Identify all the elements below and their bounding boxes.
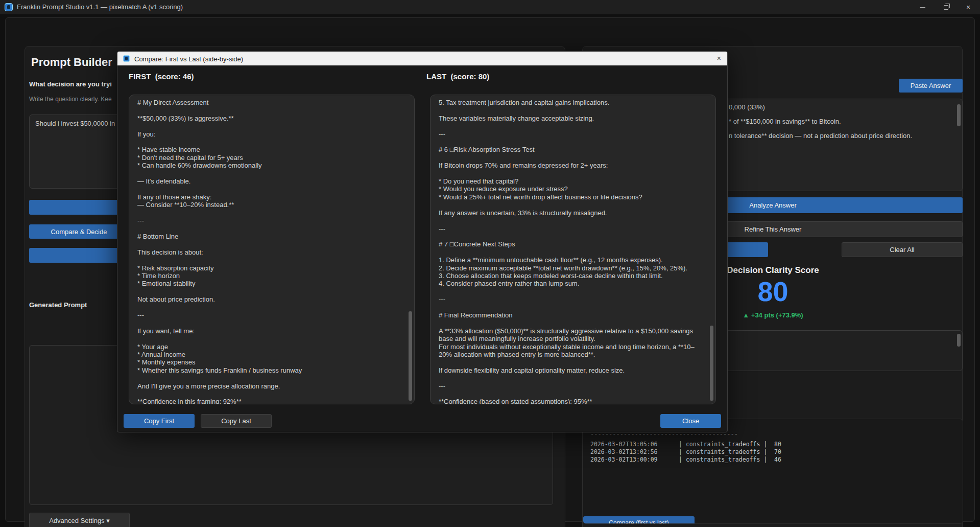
minimize-button[interactable] xyxy=(912,0,933,14)
answer-text-fragment: 0,000 (33%) xyxy=(729,103,765,111)
first-answer-textbox[interactable]: # My Direct Assessment **$50,000 (33%) i… xyxy=(129,95,415,404)
compare-first-vs-last-button[interactable]: Compare (first vs last) xyxy=(583,516,695,524)
app-frame: Prompt Builder What decision are you try… xyxy=(5,17,975,522)
window-title: Franklin Prompt Studio v1.1 — pixelmatch… xyxy=(17,3,183,11)
first-answer-text: # My Direct Assessment **$50,000 (33%) i… xyxy=(137,95,404,404)
dialog-title: Compare: First vs Last (side-by-side) xyxy=(134,55,243,63)
last-answer-textbox[interactable]: 5. Tax treatment jurisdiction and capita… xyxy=(430,95,716,404)
dialog-close-icon[interactable]: × xyxy=(717,54,721,62)
copy-first-button[interactable]: Copy First xyxy=(124,414,195,428)
log-entry: 2026-03-02T13:02:56 | constraints_tradeo… xyxy=(590,448,781,455)
paste-answer-button[interactable]: Paste Answer xyxy=(899,79,963,93)
generated-prompt-label: Generated Prompt xyxy=(29,301,87,309)
answer-text-fragment: n tolerance** decision — not a predictio… xyxy=(729,132,912,140)
dialog-close-button[interactable]: Close xyxy=(660,414,721,428)
dialog-titlebar: Compare: First vs Last (side-by-side) × xyxy=(117,52,727,65)
window-close-button[interactable]: × xyxy=(958,0,978,14)
question-hint: Write the question clearly. Kee xyxy=(29,96,112,103)
log-entry: 2026-03-02T13:00:09 | constraints_tradeo… xyxy=(590,456,781,463)
log-entry: 2026-03-02T13:05:06 | constraints_tradeo… xyxy=(590,441,781,448)
answer-scrollbar[interactable] xyxy=(957,104,961,126)
last-column-header: LAST (score: 80) xyxy=(426,72,489,81)
close-icon: × xyxy=(966,3,970,11)
compare-decide-button[interactable]: Compare & Decide xyxy=(29,224,129,239)
app-icon xyxy=(5,3,13,11)
copy-last-button[interactable]: Copy Last xyxy=(201,414,272,428)
history-log-panel: ----------------------------------------… xyxy=(583,419,963,524)
compare-dialog: Compare: First vs Last (side-by-side) × … xyxy=(117,51,728,432)
restore-icon xyxy=(944,5,948,10)
page-title: Prompt Builder xyxy=(31,56,112,69)
question-label: What decision are you tryi xyxy=(29,80,112,88)
last-answer-text: 5. Tax treatment jurisdiction and capita… xyxy=(439,95,705,404)
question-value: Should i invest $50,0000 in b xyxy=(35,120,121,127)
dialog-app-icon xyxy=(123,55,130,62)
window-titlebar: Franklin Prompt Studio v1.1 — pixelmatch… xyxy=(0,0,980,14)
first-scrollbar[interactable] xyxy=(409,311,412,401)
advanced-settings-button[interactable]: Advanced Settings ▾ xyxy=(29,513,130,527)
output-scrollbar[interactable] xyxy=(957,334,961,347)
answer-text-fragment: * of **$150,000 in savings** to Bitcoin. xyxy=(729,118,841,125)
minimize-icon xyxy=(920,7,925,8)
clear-all-button[interactable]: Clear All xyxy=(842,242,963,257)
last-scrollbar[interactable] xyxy=(710,326,713,401)
first-column-header: FIRST (score: 46) xyxy=(129,72,194,81)
maximize-button[interactable] xyxy=(936,0,956,14)
